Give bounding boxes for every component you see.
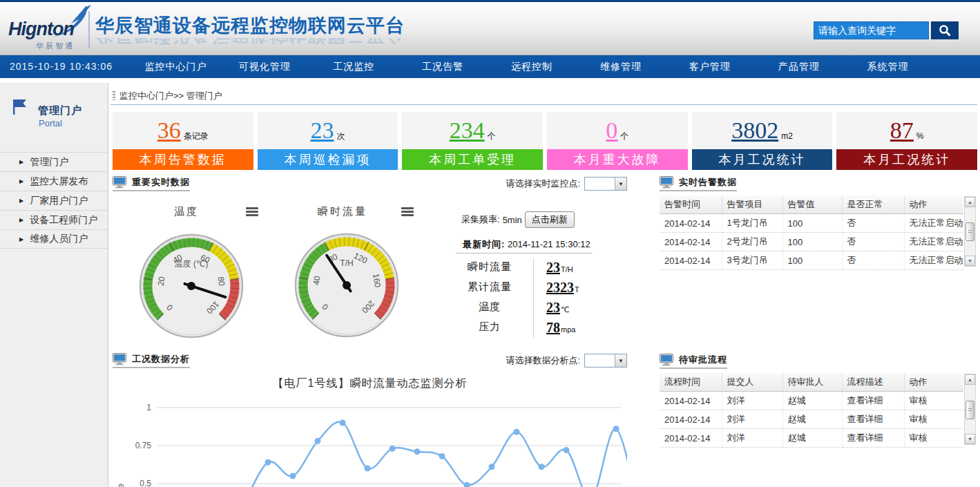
column-header: 流程时间 — [660, 373, 722, 392]
flag-icon — [11, 98, 28, 116]
monitor-point-select[interactable]: ▼ — [584, 177, 627, 191]
action-cell[interactable]: 无法正常启动 — [904, 251, 963, 270]
nav-item[interactable]: 远程控制 — [488, 55, 577, 78]
svg-text:80: 80 — [215, 276, 227, 287]
gauge-temperature-title: 温度 — [174, 205, 199, 218]
action-cell[interactable]: 审核 — [904, 392, 963, 410]
sidebar-item-label: 监控大屏发布 — [30, 175, 88, 188]
stat-value-link[interactable]: 36 — [157, 119, 181, 142]
refresh-button[interactable]: 点击刷新 — [525, 211, 575, 228]
action-cell[interactable]: 无法正常启动 — [904, 233, 963, 251]
analysis-header-right: 请选择数据分析点: ▼ — [506, 354, 627, 367]
gauge-flow-menu-icon[interactable] — [401, 207, 414, 216]
table-row: 2014-02-141号龙门吊100否无法正常启动 — [660, 214, 963, 233]
stat-card: 36条记录本周告警数据 — [113, 112, 253, 170]
stat-card-top: 36条记录 — [113, 112, 253, 149]
table-row: 2014-02-14刘洋赵城查看详细审核 — [660, 429, 963, 448]
column-header: 流程描述 — [842, 373, 904, 392]
stat-unit: % — [916, 131, 924, 141]
table-cell: 1号龙门吊 — [722, 214, 782, 233]
analysis-section-header: 工况数据分析 请选择数据分析点: ▼ — [113, 353, 627, 368]
reading-value: 23 — [546, 260, 560, 274]
realtime-section-header: 重要实时数据 请选择实时监控点: ▼ — [113, 176, 627, 191]
sidebar-item[interactable]: ▶设备工程师门户 — [0, 210, 108, 229]
logo-subtext: 华辰智通 — [36, 41, 75, 51]
sidebar-item[interactable]: ▶监控大屏发布 — [0, 171, 108, 191]
breadcrumb: 监控中心门户>> 管理门户 — [119, 90, 222, 102]
svg-text:40: 40 — [311, 275, 323, 286]
stat-cards: 36条记录本周告警数据23次本周巡检漏项234个本周工单受理0个本月重大故障38… — [113, 112, 977, 170]
page-title: 华辰智通设备远程监控物联网云平台 — [95, 13, 405, 38]
sidebar-item[interactable]: ▶厂家用户门户 — [0, 191, 108, 210]
scroll-thumb[interactable] — [965, 401, 974, 419]
table-cell: 否 — [842, 214, 904, 233]
sidebar-item[interactable]: ▶管理门户 — [0, 152, 108, 171]
table-cell: 2014-02-14 — [660, 410, 722, 429]
gauge-temperature-menu-icon[interactable] — [246, 207, 258, 216]
search-button[interactable] — [931, 21, 959, 39]
approval-header-left: 待审批流程 — [660, 354, 727, 369]
portal-title: 管理门户 — [38, 104, 82, 117]
nav-item[interactable]: 工况监控 — [309, 55, 398, 78]
breadcrumb-icon — [113, 91, 115, 100]
table-cell: 查看详细 — [842, 429, 904, 448]
analysis-point-select[interactable]: ▼ — [584, 354, 627, 367]
stat-value-link[interactable]: 234 — [450, 119, 485, 142]
table-cell: 否 — [842, 233, 904, 251]
realtime-section-title: 重要实时数据 — [132, 176, 190, 189]
action-cell[interactable]: 无法正常启动 — [904, 214, 963, 233]
svg-text:T/H: T/H — [340, 258, 353, 268]
stat-card-top: 0个 — [547, 112, 688, 149]
chevron-down-icon[interactable]: ▼ — [615, 354, 626, 367]
scroll-thumb[interactable] — [965, 222, 974, 241]
nav-item[interactable]: 客户管理 — [665, 55, 754, 78]
collect-frequency-value: 5min — [503, 215, 522, 225]
table-cell: 2014-02-14 — [660, 214, 722, 233]
nav-item[interactable]: 维修管理 — [576, 55, 665, 78]
scroll-down-button[interactable]: ▼ — [965, 256, 975, 266]
svg-text:Value: Value — [116, 484, 126, 487]
column-header: 动作 — [904, 195, 963, 214]
approval-table-scrollbar[interactable]: ▲ ▼ — [964, 374, 976, 445]
stat-value-link[interactable]: 0 — [606, 119, 617, 142]
reading-label: 压力 — [452, 321, 527, 334]
logo: Hignton 华辰智通 — [8, 5, 90, 53]
stat-unit: m2 — [781, 131, 793, 141]
page-header: Hignton 华辰智通 华辰智通设备远程监控物联网云平台 华辰智通设备远程监控… — [0, 2, 980, 55]
reading-row: 压力78mpa — [452, 317, 611, 337]
alarm-table-scrollbar[interactable]: ▲ ▼ — [964, 196, 976, 267]
table-cell: 100 — [782, 214, 842, 233]
nav-item[interactable]: 工况告警 — [398, 55, 488, 78]
scroll-up-button[interactable]: ▲ — [965, 197, 975, 207]
stat-value-link[interactable]: 87 — [890, 119, 914, 142]
nav-item[interactable]: 监控中心门户 — [131, 55, 220, 78]
stat-label: 本月工况统计 — [836, 149, 977, 170]
table-cell: 100 — [782, 233, 842, 251]
alarm-header-left: 实时告警数据 — [660, 176, 737, 191]
flow-gauge: 04080120160200T/H — [291, 230, 402, 341]
nav-item[interactable]: 产品管理 — [754, 55, 843, 78]
nav-item[interactable]: 系统管理 — [843, 55, 932, 78]
action-cell[interactable]: 审核 — [904, 410, 963, 429]
nav-item[interactable]: 可视化管理 — [220, 55, 309, 78]
table-cell: 赵城 — [782, 429, 842, 448]
scroll-up-button[interactable]: ▲ — [965, 374, 975, 385]
search-input[interactable] — [814, 21, 929, 39]
stat-value-link[interactable]: 3802 — [731, 119, 778, 142]
sidebar-item[interactable]: ▶维修人员门户 — [0, 229, 108, 249]
table-cell: 2号龙门吊 — [722, 233, 782, 251]
reading-label: 累计流量 — [452, 280, 527, 294]
monitor-point-select-value — [585, 178, 615, 190]
sidebar-item-label: 维修人员门户 — [30, 233, 88, 245]
navbar-timestamp: 2015-10-19 10:43:06 — [10, 61, 113, 72]
breadcrumb-divider — [111, 104, 977, 105]
table-cell: 100 — [782, 251, 842, 270]
chevron-down-icon[interactable]: ▼ — [615, 178, 626, 190]
table-cell: 刘洋 — [722, 392, 782, 410]
scroll-down-button[interactable]: ▼ — [965, 434, 975, 444]
stat-card: 23次本周巡检漏项 — [258, 112, 398, 170]
stat-value-link[interactable]: 23 — [311, 119, 334, 142]
stat-card: 0个本月重大故障 — [547, 112, 688, 170]
monitor-icon — [113, 176, 126, 189]
action-cell[interactable]: 审核 — [904, 429, 963, 448]
